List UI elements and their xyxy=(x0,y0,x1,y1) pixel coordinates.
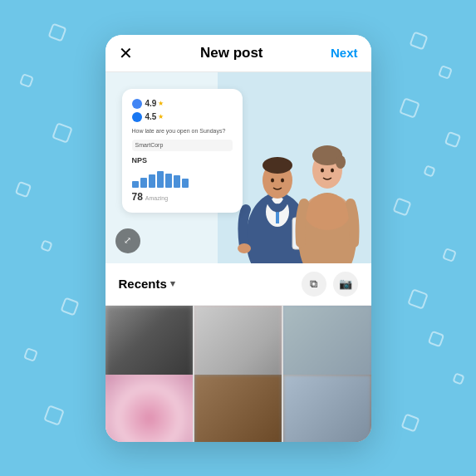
google-rating-row: 4.9 ★ xyxy=(132,99,233,109)
copy-icon: ⧉ xyxy=(310,277,317,291)
close-button[interactable]: ✕ xyxy=(119,45,133,61)
bar-2 xyxy=(140,178,147,188)
svg-point-6 xyxy=(271,178,274,182)
bar-6 xyxy=(174,175,180,187)
photo-cell-4[interactable] xyxy=(106,375,193,442)
nps-label: NPS xyxy=(132,156,233,164)
page-title: New post xyxy=(200,45,263,61)
svg-point-19 xyxy=(336,155,346,169)
fb-score: 4.5 xyxy=(145,112,157,121)
svg-point-8 xyxy=(238,243,251,253)
app-container: ✕ New post Next 4.9 ★ 4.5 ★ How late are… xyxy=(106,35,371,442)
recents-actions: ⧉ 📷 xyxy=(302,272,358,297)
svg-point-5 xyxy=(263,157,292,174)
recents-bar: Recents ▾ ⧉ 📷 xyxy=(106,263,371,306)
expand-button[interactable]: ⤢ xyxy=(115,228,140,253)
nps-score-label: Amazing xyxy=(145,195,168,201)
photo-cell-5[interactable] xyxy=(194,375,282,442)
fb-icon xyxy=(132,112,142,122)
bar-4 xyxy=(157,171,164,187)
image-preview: 4.9 ★ 4.5 ★ How late are you open on Sun… xyxy=(106,72,371,263)
google-star: ★ xyxy=(158,100,164,107)
svg-point-7 xyxy=(281,178,284,182)
next-button[interactable]: Next xyxy=(331,46,358,60)
recents-chevron-icon: ▾ xyxy=(170,278,175,289)
header: ✕ New post Next xyxy=(106,35,371,72)
bar-chart xyxy=(132,168,233,188)
camera-button[interactable]: 📷 xyxy=(333,272,358,297)
dashboard-card: 4.9 ★ 4.5 ★ How late are you open on Sun… xyxy=(122,89,243,213)
google-icon xyxy=(132,99,142,109)
google-score: 4.9 xyxy=(145,99,157,108)
fb-star: ★ xyxy=(158,113,164,120)
input-mock: SmartCorp xyxy=(132,140,233,151)
bar-3 xyxy=(149,174,155,188)
svg-point-16 xyxy=(304,194,351,230)
camera-icon: 📷 xyxy=(339,277,352,290)
expand-icon: ⤢ xyxy=(124,235,131,246)
recents-text: Recents xyxy=(119,277,167,291)
photo-grid xyxy=(106,306,371,442)
nps-score: 78 xyxy=(132,191,143,203)
bar-7 xyxy=(182,179,189,188)
svg-point-20 xyxy=(321,168,324,172)
fb-rating-row: 4.5 ★ xyxy=(132,112,233,122)
bar-1 xyxy=(132,181,139,187)
copy-button[interactable]: ⧉ xyxy=(302,272,326,297)
survey-question: How late are you open on Sundays? xyxy=(132,127,233,135)
recents-label[interactable]: Recents ▾ xyxy=(119,277,175,291)
photo-cell-6[interactable] xyxy=(283,375,370,442)
bar-5 xyxy=(165,174,172,188)
svg-point-21 xyxy=(331,168,334,172)
